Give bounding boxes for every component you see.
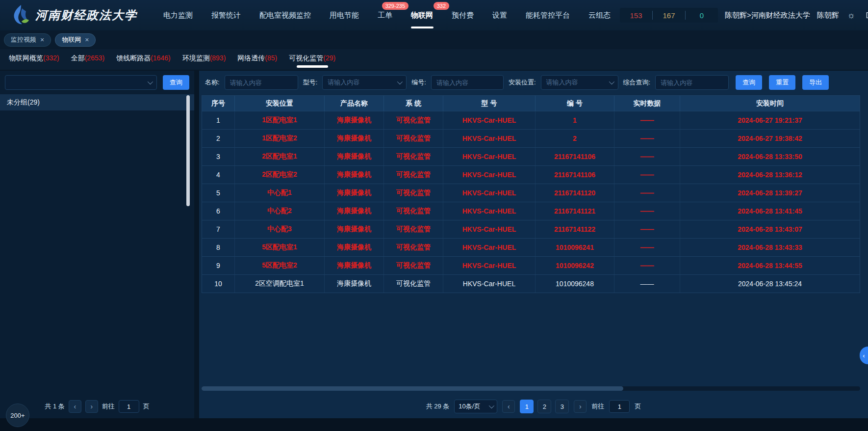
group-next-page-button[interactable]: ›: [85, 400, 98, 413]
nav-item-label: 能耗管控平台: [526, 11, 570, 20]
table-cell-realtime: ——: [614, 148, 680, 165]
group-list-scrollbar[interactable]: [186, 95, 190, 206]
table-cell-system: 可视化监管: [384, 257, 443, 274]
filter-reset-button[interactable]: 重置: [769, 75, 795, 90]
table-cell-realtime: ——: [614, 239, 680, 256]
nav-item[interactable]: 物联网332: [402, 0, 442, 30]
table-row[interactable]: 85区配电室1海康摄像机可视化监管HKVS-Car-HUEL1010096241…: [202, 238, 860, 256]
table-cell-time: 2024-06-28 13:41:45: [680, 202, 860, 220]
table-row[interactable]: 11区配电室1海康摄像机可视化监管HKVS-Car-HUEL1——2024-06…: [202, 111, 860, 129]
table-cell-location: 2区空调配电室1: [235, 275, 325, 293]
page-number-button[interactable]: 1: [520, 400, 534, 413]
combined-filter-input[interactable]: [655, 75, 729, 90]
table-cell-product: 海康摄像机: [325, 111, 384, 129]
close-icon[interactable]: ×: [40, 36, 44, 43]
filter-export-button[interactable]: 导出: [802, 75, 829, 90]
subtab[interactable]: 物联网概览(332): [3, 52, 65, 70]
subtab-bar: 物联网概览(332)全部(2653)馈线断路器(1646)环境监测(893)网络…: [0, 49, 868, 70]
prev-page-button[interactable]: ‹: [502, 400, 515, 413]
subtab[interactable]: 网络透传(85): [231, 52, 283, 70]
group-list-item[interactable]: 未分组(29): [0, 94, 194, 110]
location-filter-select[interactable]: 请输入内容: [541, 75, 618, 90]
next-page-button[interactable]: ›: [574, 400, 587, 413]
table-cell-model: HKVS-Car-HUEL: [443, 257, 536, 274]
table-row[interactable]: 21区配电室2海康摄像机可视化监管HKVS-Car-HUEL2——2024-06…: [202, 129, 860, 147]
username[interactable]: 陈朝辉: [817, 11, 839, 20]
subtab-label: 可视化监管: [289, 54, 323, 62]
notification-fab[interactable]: 200+: [6, 404, 29, 427]
stat-count[interactable]: 153: [620, 8, 652, 23]
group-select[interactable]: [5, 75, 157, 90]
table-row[interactable]: 5中心配1海康摄像机可视化监管HKVS-Car-HUEL21167141120—…: [202, 184, 860, 202]
table-row[interactable]: 6中心配2海康摄像机可视化监管HKVS-Car-HUEL21167141121—…: [202, 202, 860, 220]
device-table-wrap: 序号安装位置产品名称系 统型 号编 号实时数据安装时间 11区配电室1海康摄像机…: [202, 95, 860, 395]
group-search-button[interactable]: 查询: [163, 75, 189, 90]
goto-page-input[interactable]: [609, 400, 630, 413]
open-tab-label: 监控视频: [11, 35, 36, 44]
open-tab[interactable]: 物联网×: [55, 33, 96, 47]
subtab-count: (893): [210, 54, 226, 62]
subtab[interactable]: 环境监测(893): [177, 52, 232, 70]
nav-item[interactable]: 能耗管控平台: [516, 0, 579, 30]
table-total: 共 29 条: [426, 402, 450, 411]
nav-item[interactable]: 配电室视频监控: [250, 0, 320, 30]
table-header-cell: 安装位置: [235, 96, 325, 111]
table-cell-location: 2区配电室2: [235, 166, 325, 184]
group-prev-page-button[interactable]: ‹: [69, 400, 81, 413]
name-filter-input[interactable]: [225, 75, 298, 90]
nav-item-label: 物联网: [411, 11, 433, 20]
table-row[interactable]: 42区配电室2海康摄像机可视化监管HKVS-Car-HUEL2116714110…: [202, 165, 860, 184]
nav-item[interactable]: 设置: [483, 0, 516, 30]
open-tab[interactable]: 监控视频×: [4, 33, 51, 47]
page-size-select[interactable]: 10条/页: [454, 400, 497, 413]
table-row[interactable]: 95区配电室2海康摄像机可视化监管HKVS-Car-HUEL1010096242…: [202, 256, 860, 274]
nav-item[interactable]: 预付费: [442, 0, 483, 30]
table-cell-realtime: ——: [614, 202, 680, 220]
filter-search-button[interactable]: 查询: [736, 75, 762, 90]
subtab[interactable]: 可视化监管(29): [283, 52, 341, 70]
group-list: 未分组(29): [0, 94, 194, 395]
nav-item-label: 云组态: [588, 11, 611, 20]
table-row[interactable]: 7中心配3海康摄像机可视化监管HKVS-Car-HUEL21167141122—…: [202, 220, 860, 238]
open-tab-label: 物联网: [62, 35, 81, 44]
scrollbar-thumb[interactable]: [202, 386, 623, 391]
table-cell-model: HKVS-Car-HUEL: [443, 184, 536, 202]
close-icon[interactable]: ×: [85, 36, 89, 43]
table-cell-system: 可视化监管: [384, 148, 443, 165]
subtab[interactable]: 全部(2653): [65, 52, 110, 70]
table-cell-location: 1区配电室2: [235, 130, 325, 147]
table-cell-model: HKVS-Car-HUEL: [443, 275, 536, 293]
code-filter-input[interactable]: [431, 75, 504, 90]
theme-sun-icon[interactable]: ☼: [846, 10, 857, 21]
table-cell-location: 中心配3: [235, 220, 325, 238]
open-tabs-bar: 监控视频×物联网×: [0, 30, 868, 49]
nav-item[interactable]: 报警统计: [202, 0, 250, 30]
table-row[interactable]: 32区配电室1海康摄像机可视化监管HKVS-Car-HUEL2116714110…: [202, 147, 860, 165]
group-goto-input[interactable]: [119, 400, 139, 413]
table-body: 11区配电室1海康摄像机可视化监管HKVS-Car-HUEL1——2024-06…: [202, 111, 860, 293]
table-cell-model: HKVS-Car-HUEL: [443, 111, 536, 129]
table-cell-product: 海康摄像机: [325, 275, 384, 293]
table-cell-location: 中心配2: [235, 202, 325, 220]
model-filter-select[interactable]: 请输入内容: [322, 75, 407, 90]
nav-item-label: 用电节能: [330, 11, 359, 20]
table-cell-product: 海康摄像机: [325, 184, 384, 202]
subtab-label: 馈线断路器: [116, 54, 151, 62]
brand-logo-icon: [9, 4, 30, 27]
nav-item[interactable]: 电力监测: [154, 0, 202, 30]
nav-item[interactable]: 工单329-235: [368, 0, 402, 30]
stat-count[interactable]: 0: [686, 8, 718, 23]
subtab[interactable]: 馈线断路器(1646): [110, 52, 176, 70]
horizontal-scrollbar[interactable]: [202, 386, 860, 391]
stat-count[interactable]: 167: [653, 8, 685, 23]
location-filter-label: 安装位置:: [509, 78, 536, 87]
device-panel: 名称: 型号: 请输入内容 编号: 安装位置: 请输入内容 综合查询: 查询 重…: [199, 71, 868, 418]
page-number-button[interactable]: 2: [537, 400, 551, 413]
table-row[interactable]: 102区空调配电室1海康摄像机可视化监管HKVS-Car-HUEL1010096…: [202, 274, 860, 293]
nav-item[interactable]: 用电节能: [320, 0, 368, 30]
nav-item[interactable]: 云组态: [579, 0, 620, 30]
page-number-button[interactable]: 3: [555, 400, 569, 413]
table-header-cell: 系 统: [384, 96, 443, 111]
logout-icon[interactable]: [864, 10, 868, 21]
breadcrumb[interactable]: 陈朝辉>河南财经政法大学: [725, 11, 810, 20]
